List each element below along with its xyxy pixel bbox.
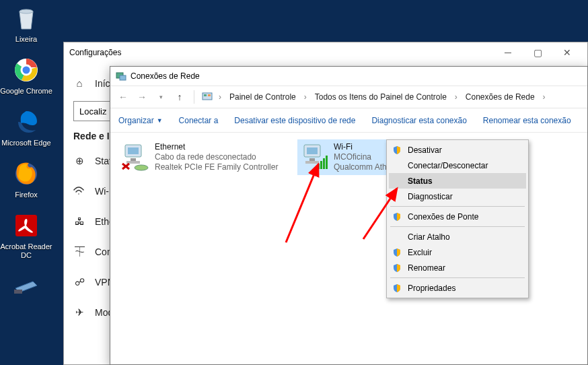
recent-button[interactable]: ▾ bbox=[153, 90, 168, 104]
breadcrumb[interactable]: Conexões de Rede bbox=[463, 91, 538, 103]
svg-rect-21 bbox=[320, 161, 322, 169]
svg-point-0 bbox=[20, 9, 33, 13]
menu-separator bbox=[390, 206, 525, 207]
explorer-titlebar[interactable]: Conexões de Rede bbox=[110, 67, 587, 86]
home-icon: ⌂ bbox=[73, 77, 85, 89]
network-connections-icon bbox=[116, 71, 126, 81]
icon-label: Acrobat Reader DC bbox=[0, 242, 52, 260]
nav-home-label: Iníc bbox=[95, 78, 110, 89]
svg-point-2 bbox=[22, 65, 31, 75]
connection-adapter: Realtek PCIe FE Family Controller bbox=[155, 162, 278, 172]
svg-rect-9 bbox=[204, 94, 207, 96]
control-panel-icon bbox=[201, 91, 213, 103]
svg-rect-20 bbox=[318, 164, 320, 169]
acrobat-icon bbox=[11, 211, 41, 240]
connection-status: MCOficina bbox=[334, 152, 387, 162]
svg-rect-19 bbox=[305, 161, 319, 164]
ethernet-icon: 🖧 bbox=[73, 215, 85, 227]
svg-rect-17 bbox=[307, 147, 318, 154]
cmd-organize[interactable]: Organizar▼ bbox=[118, 116, 163, 125]
breadcrumb[interactable]: Todos os Itens do Painel de Controle bbox=[312, 91, 449, 103]
svg-rect-5 bbox=[14, 290, 22, 294]
svg-rect-13 bbox=[131, 158, 136, 161]
firefox-icon bbox=[11, 159, 41, 189]
vpn-icon: ☍ bbox=[73, 276, 85, 288]
wifi-icon bbox=[73, 187, 85, 196]
svg-rect-7 bbox=[120, 75, 126, 80]
menu-item-properties[interactable]: Propriedades bbox=[389, 280, 526, 296]
explorer-title: Conexões de Rede bbox=[131, 71, 200, 81]
icon-label: Firefox bbox=[0, 191, 52, 199]
shield-icon bbox=[392, 145, 402, 156]
connection-status: Cabo da rede desconectado bbox=[155, 152, 278, 162]
cmd-connect[interactable]: Conectar a bbox=[179, 116, 219, 125]
svg-rect-18 bbox=[309, 158, 315, 161]
desktop: Lixeira Google Chrome Microsoft Edge Fir… bbox=[0, 0, 61, 303]
chevron-right-icon[interactable]: › bbox=[217, 92, 223, 102]
shield-icon bbox=[392, 283, 402, 294]
shield-icon bbox=[392, 211, 402, 222]
menu-item-shortcut[interactable]: Criar Atalho bbox=[389, 229, 526, 244]
menu-item-status[interactable]: Status bbox=[389, 173, 526, 189]
minimize-button[interactable]: ─ bbox=[493, 43, 523, 62]
cmd-rename[interactable]: Renomear esta conexão bbox=[483, 116, 571, 125]
menu-item-rename[interactable]: Renomear bbox=[389, 260, 526, 275]
forward-button[interactable]: → bbox=[135, 90, 149, 104]
chrome-icon bbox=[11, 55, 41, 85]
shield-icon bbox=[392, 263, 402, 273]
chevron-right-icon[interactable]: › bbox=[542, 92, 547, 102]
chevron-right-icon[interactable]: › bbox=[453, 92, 459, 102]
desktop-icon-acrobat[interactable]: Acrobat Reader DC bbox=[0, 207, 52, 268]
svg-point-15 bbox=[135, 165, 148, 170]
scanner-icon bbox=[11, 271, 41, 301]
ethernet-adapter-icon bbox=[121, 142, 149, 172]
desktop-icon-edge[interactable]: Microsoft Edge bbox=[0, 104, 52, 156]
svg-rect-12 bbox=[128, 147, 139, 154]
connection-name: Wi-Fi bbox=[334, 142, 387, 152]
menu-separator bbox=[390, 226, 525, 227]
command-bar: Organizar▼ Conectar a Desativar este dis… bbox=[110, 108, 587, 133]
desktop-icon-scanner[interactable] bbox=[0, 268, 52, 301]
cmd-disable[interactable]: Desativar este dispositivo de rede bbox=[234, 116, 355, 125]
icon-label: Microsoft Edge bbox=[0, 139, 52, 147]
dial-icon: ⏇ bbox=[73, 246, 85, 257]
menu-item-diagnose[interactable]: Diagnosticar bbox=[389, 189, 526, 204]
svg-rect-23 bbox=[326, 156, 328, 169]
status-icon: ⊕ bbox=[73, 155, 85, 167]
settings-titlebar[interactable]: Configurações ─ ▢ ✕ bbox=[64, 42, 587, 63]
desktop-icon-chrome[interactable]: Google Chrome bbox=[0, 52, 52, 104]
wifi-adapter-icon bbox=[300, 142, 328, 172]
menu-separator bbox=[390, 277, 525, 278]
desktop-icon-firefox[interactable]: Firefox bbox=[0, 156, 52, 207]
maximize-button[interactable]: ▢ bbox=[523, 43, 552, 62]
window-title: Configurações bbox=[69, 48, 121, 57]
svg-rect-10 bbox=[208, 94, 211, 96]
connection-adapter: Qualcomm Ath bbox=[334, 162, 387, 172]
menu-item-disable[interactable]: Desativar bbox=[389, 142, 526, 158]
connection-ethernet[interactable]: Ethernet Cabo da rede desconectado Realt… bbox=[118, 139, 287, 175]
address-bar: ← → ▾ ↑ › Painel de Controle › Todos os … bbox=[110, 86, 587, 108]
menu-item-connect[interactable]: Conectar/Desconectar bbox=[389, 158, 526, 173]
svg-rect-22 bbox=[323, 158, 325, 169]
airplane-icon: ✈ bbox=[73, 306, 85, 319]
shield-icon bbox=[392, 247, 402, 258]
recycle-bin-icon bbox=[11, 3, 41, 33]
menu-item-delete[interactable]: Excluir bbox=[389, 244, 526, 260]
chevron-right-icon[interactable]: › bbox=[303, 92, 308, 102]
caret-down-icon: ▼ bbox=[157, 117, 163, 124]
desktop-icon-recycle-bin[interactable]: Lixeira bbox=[0, 0, 52, 52]
edge-icon bbox=[11, 107, 41, 137]
connection-name: Ethernet bbox=[155, 142, 278, 152]
icon-label: Lixeira bbox=[0, 35, 52, 44]
cmd-diagnose[interactable]: Diagnosticar esta conexão bbox=[371, 116, 466, 125]
back-button[interactable]: ← bbox=[116, 90, 131, 104]
context-menu: Desativar Conectar/Desconectar Status Di… bbox=[386, 139, 529, 298]
breadcrumb[interactable]: Painel de Controle bbox=[227, 91, 299, 103]
menu-item-bridge[interactable]: Conexões de Ponte bbox=[389, 209, 526, 224]
close-button[interactable]: ✕ bbox=[552, 43, 582, 62]
up-button[interactable]: ↑ bbox=[172, 90, 187, 104]
icon-label: Google Chrome bbox=[0, 87, 52, 96]
